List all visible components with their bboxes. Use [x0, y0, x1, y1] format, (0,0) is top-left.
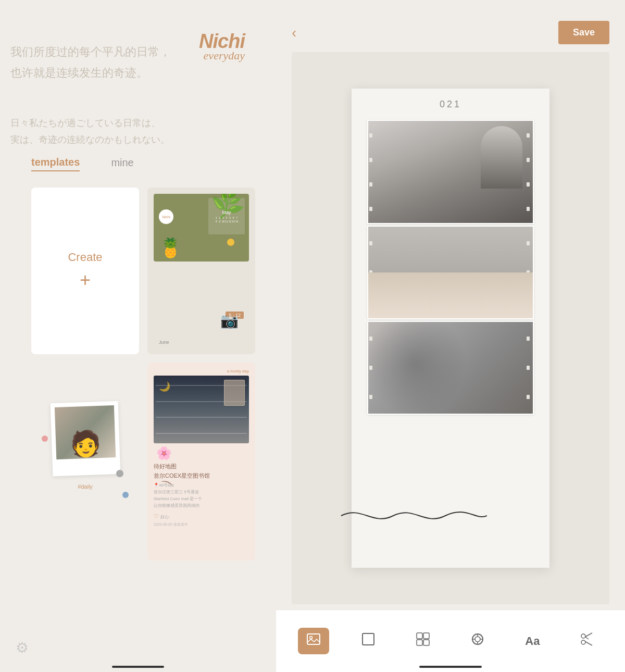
frame-icon — [361, 632, 376, 650]
template-1-bg: 🌿 🍍 May 1 2 3 4 5 6 7 8 9 10 — [154, 194, 249, 262]
photo-palm — [368, 322, 533, 414]
dot-gray — [116, 470, 123, 477]
back-button[interactable]: ‹ — [292, 24, 296, 41]
svg-point-13 — [581, 640, 585, 644]
toolbar-filter[interactable] — [462, 628, 493, 654]
svg-rect-3 — [417, 633, 422, 639]
tab-mine[interactable]: mine — [111, 157, 133, 171]
create-plus-icon: + — [80, 269, 91, 291]
svg-line-16 — [585, 642, 593, 646]
toolbar-layout[interactable] — [407, 628, 439, 654]
photo-strip-palm[interactable] — [367, 321, 534, 415]
film-holes-right-1 — [527, 121, 532, 223]
right-header: ‹ Save — [276, 0, 625, 55]
template-card-1[interactable]: 🌿 🍍 May 1 2 3 4 5 6 7 8 9 10 — [147, 188, 255, 354]
create-label: Create — [68, 251, 102, 264]
film-holes-right-2 — [527, 227, 532, 318]
scrap-flowers: 🌸 — [156, 446, 252, 461]
moon-icon: 🌙 — [159, 381, 170, 392]
stamp-overlay — [224, 380, 245, 406]
svg-line-17 — [585, 637, 589, 640]
svg-rect-4 — [423, 633, 429, 639]
dot-pink — [42, 435, 48, 442]
camera-icon: 📷 — [220, 312, 239, 329]
photo-strip-container — [367, 120, 534, 415]
polaroid-photo: 🧑 — [54, 405, 115, 459]
squiggle-decoration — [331, 495, 487, 537]
photo-strip-beach[interactable] — [367, 226, 534, 319]
film-holes-right-3 — [527, 322, 532, 414]
bg-text-chinese: 我们所度过的每个平凡的日常， 也许就是连续发生的奇迹。 — [10, 42, 171, 83]
home-indicator-right — [419, 666, 482, 668]
save-button[interactable]: Save — [558, 21, 609, 44]
app-tagline: everyday — [199, 49, 245, 63]
svg-point-14 — [581, 634, 585, 638]
svg-rect-2 — [362, 633, 374, 645]
yellow-dot — [227, 239, 234, 246]
template-card-2[interactable]: 🧑 #daily — [31, 363, 139, 529]
tab-bar: templates mine — [0, 156, 276, 171]
page-number: 021 — [352, 89, 549, 120]
create-card[interactable]: Create + — [31, 188, 139, 354]
nichi-badge: Nichi — [159, 209, 173, 224]
filter-icon — [470, 632, 485, 650]
toolbar-cut[interactable] — [571, 628, 603, 654]
scrap-header-text: a lovely day — [154, 369, 249, 374]
pineapple-icon: 🍍 — [159, 237, 182, 259]
toolbar-text[interactable]: Aa — [517, 630, 548, 652]
calendar-overlay: May 1 2 3 4 5 6 7 8 9 10 11 12 13 — [208, 198, 245, 234]
photo-beach — [368, 227, 533, 318]
toolbar-image[interactable] — [298, 628, 329, 654]
polaroid-frame: 🧑 — [50, 401, 120, 476]
svg-rect-5 — [417, 640, 422, 645]
journal-page: 021 — [352, 89, 549, 568]
photo-portrait — [368, 121, 533, 223]
app-name: Nichi — [199, 31, 245, 51]
film-holes-left-2 — [369, 227, 374, 318]
right-panel: ‹ Save nichi chic style. 021 — [276, 0, 625, 672]
svg-rect-6 — [423, 640, 429, 645]
left-panel: 我们所度过的每个平凡的日常， 也许就是连续发生的奇迹。 日々私たちが過ごしている… — [0, 0, 276, 672]
scrap-photo: 🌙 — [154, 376, 249, 443]
film-holes-left-1 — [369, 121, 374, 223]
template-grid: Create + 🌿 🍍 May 1 2 3 4 5 6 7 — [31, 188, 255, 561]
image-icon — [306, 632, 321, 650]
text-icon: Aa — [525, 634, 540, 648]
svg-point-1 — [310, 637, 312, 639]
svg-rect-0 — [307, 634, 320, 644]
layout-icon — [416, 632, 430, 650]
dot-blue — [122, 492, 129, 498]
home-indicator — [112, 666, 164, 668]
toolbar-frame[interactable] — [353, 628, 384, 654]
bg-text-japanese: 日々私たちが過ごしている日常は、 実は、奇迹の连続なのかもしれない。 — [10, 115, 170, 148]
cut-icon — [580, 632, 594, 650]
settings-icon[interactable]: ⚙ — [16, 639, 29, 656]
app-logo: Nichi everyday — [199, 31, 245, 63]
photo-strip-portrait[interactable] — [367, 120, 534, 224]
film-holes-left-3 — [369, 322, 374, 414]
tab-templates[interactable]: templates — [31, 156, 80, 171]
svg-line-15 — [585, 633, 593, 637]
template-card-3[interactable]: a lovely day 🌙 🌸 待好地图 首尔COEX星空图书馆 📍48号站1… — [147, 363, 255, 561]
daily-label: #daily — [78, 483, 93, 490]
bottom-toolbar: Aa — [276, 609, 625, 672]
canvas-area: nichi chic style. 021 — [292, 52, 609, 604]
svg-point-8 — [475, 637, 480, 642]
